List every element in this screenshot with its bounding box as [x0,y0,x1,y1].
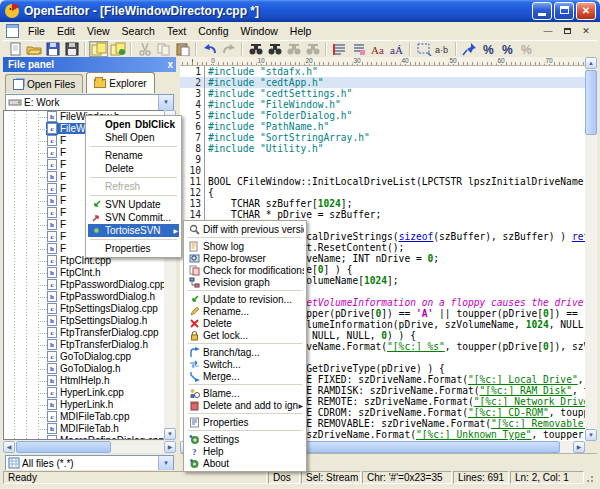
mdi-minimize-button[interactable]: — [540,25,556,38]
context-menu-item-rename[interactable]: Rename [88,149,179,162]
find-button[interactable] [246,41,265,57]
scroll-up-icon[interactable]: ▲ [585,57,597,69]
scroll-left-icon[interactable]: ◀ [3,441,15,453]
tortoisesvn-item-merge[interactable]: Merge... [186,370,304,382]
context-menu-item-svn-update[interactable]: SVN Update [88,198,179,211]
drive-selector[interactable]: E: Work ▼ [5,94,174,111]
tree-item-hyperlink-h[interactable]: hHyperLink.h [4,399,164,411]
tree-item-ftpclnt-h[interactable]: hFtpClnt.h [4,267,164,279]
drive-dropdown-arrow-icon[interactable]: ▼ [158,95,173,110]
tree-item-gotodialog-h[interactable]: hGoToDialog.h [4,363,164,375]
repo-icon [189,253,203,264]
tree-item-ftpsettingsdialog-cpp[interactable]: cFtpSettingsDialog.cpp [4,303,164,315]
tortoisesvn-item-show-log[interactable]: Show log [186,240,304,252]
menu-text[interactable]: Text [161,23,192,39]
tortoisesvn-item-get-lock[interactable]: Get lock... [186,329,304,341]
tortoisesvn-item-repo-browser[interactable]: Repo-browser [186,252,304,264]
tortoisesvn-item-about[interactable]: About [186,457,304,469]
scroll-thumb[interactable] [295,441,560,453]
menu-edit[interactable]: Edit [51,23,81,39]
save-all-button[interactable] [62,41,81,57]
clear-marks-button[interactable] [349,41,368,57]
tree-item-htmlhelp-h[interactable]: hHtmlHelp.h [4,375,164,387]
app-icon[interactable] [4,3,20,19]
document-system-menu-icon[interactable] [6,24,19,38]
close-button[interactable]: ✕ [576,2,596,20]
new-file-button[interactable] [5,41,24,57]
tree-item-ftpsettingsdialog-h[interactable]: hFtpSettingsDialog.h [4,315,164,327]
scroll-down-icon[interactable]: ▼ [585,429,597,441]
to-lowercase-button[interactable]: Aa [368,41,387,57]
resize-grip[interactable] [585,470,597,485]
file-tree-horizontal-scrollbar[interactable]: ◀ ▶ [3,441,176,453]
file-panel-toggle-button[interactable] [89,41,108,57]
menu-search[interactable]: Search [116,23,161,39]
tortoisesvn-item-update-to-revision[interactable]: Update to revision... [186,293,304,305]
tab-open-files[interactable]: Open Files [5,74,83,93]
context-menu-item-tortoisesvn[interactable]: TortoiseSVN▶ [88,224,179,237]
tortoisesvn-item-branch-tag[interactable]: Branch/tag... [186,346,304,358]
scroll-down-icon[interactable]: ▼ [164,428,176,440]
tree-item-mdifiletab-cpp[interactable]: cMDIFileTab.cpp [4,411,164,423]
context-menu-item-delete[interactable]: Delete [88,162,179,175]
save-button[interactable] [43,41,62,57]
tortoisesvn-item-help[interactable]: ?Help [186,445,304,457]
open-file-button[interactable] [24,41,43,57]
mdi-close-button[interactable]: ✕ [578,25,594,38]
tree-item-mdifiletab-h[interactable]: hMDIFileTab.h [4,423,164,435]
filter-dropdown-arrow-icon[interactable]: ▼ [158,456,173,470]
macro-1-button[interactable]: % [479,41,498,57]
indent-marks-button[interactable] [330,41,349,57]
code-line: 3#include "cedtSettings.h" [180,88,585,99]
delete-icon [189,318,203,329]
maximize-button[interactable] [554,2,574,20]
menu-help[interactable]: Help [284,23,318,39]
tortoisesvn-item-diff-with-previous-version[interactable]: Diff with previous version [186,223,304,235]
find-and-mark-button[interactable] [265,41,284,57]
context-menu-item-shell-open[interactable]: Shell Open [88,131,179,144]
scroll-thumb[interactable] [16,441,111,453]
minimize-button[interactable] [532,2,552,20]
context-menu-item-properties[interactable]: Properties [88,242,179,255]
tree-item-ftppassworddialog-h[interactable]: hFtpPasswordDialog.h [4,291,164,303]
menu-window[interactable]: Window [235,23,284,39]
file-filter-selector[interactable]: All files (*.*) ▼ [5,455,174,471]
tortoisesvn-item-revision-graph[interactable]: Revision graph [186,276,304,288]
scroll-thumb[interactable] [585,70,597,135]
file-panel-close-icon[interactable]: x [167,57,173,72]
context-menu-item-open-file[interactable]: Open FileDblClick [88,118,179,131]
to-uppercase-button[interactable]: aÁ [387,41,406,57]
tortoisesvn-item-switch[interactable]: Switch... [186,358,304,370]
tortoisesvn-item-properties[interactable]: Properties [186,416,304,428]
tortoisesvn-item-check-for-modifications[interactable]: Check for modifications [186,264,304,276]
tortoisesvn-item-settings[interactable]: Settings [186,433,304,445]
menu-item-label: SVN Commit... [105,212,179,223]
tree-item-gotodialog-cpp[interactable]: cGoToDialog.cpp [4,351,164,363]
menu-config[interactable]: Config [192,23,234,39]
tortoisesvn-item-rename[interactable]: Rename... [186,305,304,317]
macro-2-button[interactable]: % [498,41,517,57]
paste-button[interactable] [173,41,192,57]
scroll-right-icon[interactable]: ▶ [573,441,585,453]
tree-item-ftppassworddialog-cpp[interactable]: cFtpPasswordDialog.cpp [4,279,164,291]
tab-explorer[interactable]: Explorer [86,72,154,93]
scroll-right-icon[interactable]: ▶ [164,441,176,453]
tree-item-ftptransferdialog-h[interactable]: hFtpTransferDialog.h [4,339,164,351]
menu-file[interactable]: File [22,23,51,39]
tortoisesvn-item-blame[interactable]: Blame... [186,387,304,399]
context-menu-item-svn-commit[interactable]: SVN Commit... [88,211,179,224]
tree-item-ftptransferdialog-cpp[interactable]: cFtpTransferDialog.cpp [4,327,164,339]
block-select-button[interactable] [414,41,433,57]
undo-button[interactable] [200,41,219,57]
file-panel-header[interactable]: File panel x [3,57,176,72]
tree-item-hyperlink-cpp[interactable]: cHyperLink.cpp [4,387,164,399]
editor-vertical-scrollbar[interactable]: ▲ ▼ [585,57,597,441]
tortoisesvn-item-delete-and-add-to-ignore-list[interactable]: Delete and add to ignore list▶ [186,399,304,411]
tree-item-macrodefinedialog-cpp[interactable]: cMacroDefineDialog.cpp [4,435,164,440]
replace-button[interactable]: a·b [433,41,452,57]
mdi-restore-button[interactable] [559,25,575,38]
bookmark-pin-button[interactable] [460,41,479,57]
ftp-panel-button[interactable] [108,41,127,57]
menu-view[interactable]: View [81,23,116,39]
tortoisesvn-item-delete[interactable]: Delete [186,317,304,329]
